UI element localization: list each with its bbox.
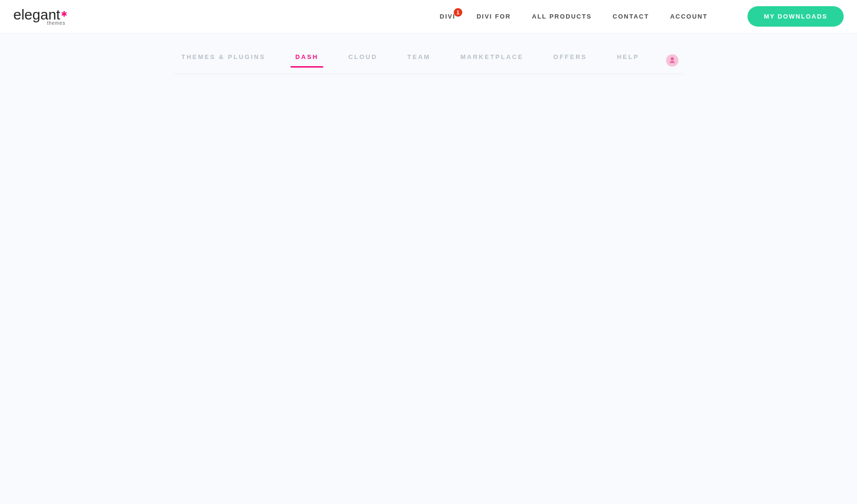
tab-offers[interactable]: OFFERS [550, 53, 590, 67]
nav-label: DIVI [440, 13, 456, 20]
nav-item-divi[interactable]: DIVI 1 [440, 13, 456, 20]
nav-badge: 1 [454, 8, 462, 17]
sub-nav: THEMES & PLUGINS DASH CLOUD TEAM MARKETP… [174, 53, 683, 74]
nav-item-contact[interactable]: CONTACT [613, 13, 649, 20]
tab-help[interactable]: HELP [614, 53, 642, 67]
sub-nav-wrap: THEMES & PLUGINS DASH CLOUD TEAM MARKETP… [0, 33, 857, 74]
brand-logo[interactable]: elegant✱ themes [13, 8, 66, 25]
tab-cloud[interactable]: CLOUD [346, 53, 380, 67]
nav-item-divi-for[interactable]: DIVI FOR [477, 13, 511, 20]
top-bar: elegant✱ themes DIVI 1 DIVI FOR ALL PROD… [0, 0, 857, 33]
nav-item-all-products[interactable]: ALL PRODUCTS [532, 13, 592, 20]
tab-dash[interactable]: DASH [292, 53, 321, 67]
primary-nav: DIVI 1 DIVI FOR ALL PRODUCTS CONTACT ACC… [440, 6, 844, 27]
nav-item-account[interactable]: ACCOUNT [670, 13, 708, 20]
brand-subword: themes [13, 21, 66, 25]
page-body: WEBSITES CLIENTS HISTORY PERMISSIONS the… [0, 74, 857, 103]
person-icon [668, 57, 676, 64]
tab-themes-plugins[interactable]: THEMES & PLUGINS [179, 53, 269, 67]
brand-star-icon: ✱ [61, 10, 67, 18]
profile-avatar[interactable] [666, 54, 678, 67]
brand-word: elegant [13, 7, 60, 22]
my-downloads-button[interactable]: MY DOWNLOADS [747, 6, 844, 27]
tab-team[interactable]: TEAM [405, 53, 434, 67]
tab-marketplace[interactable]: MARKETPLACE [458, 53, 527, 67]
